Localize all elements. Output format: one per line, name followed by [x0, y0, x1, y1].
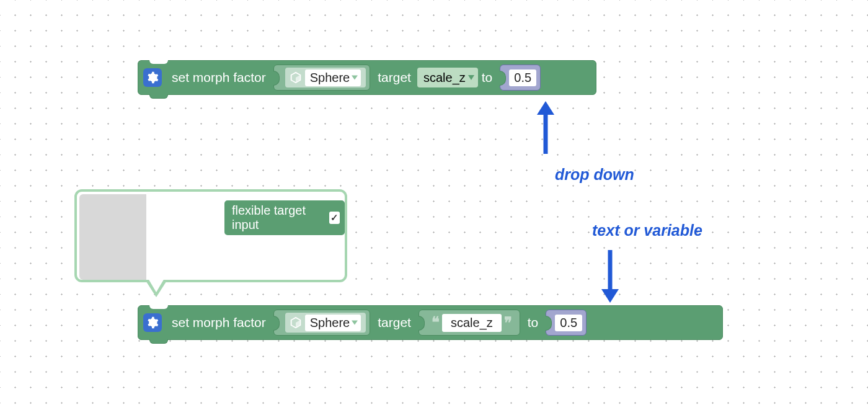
to-label: to — [482, 70, 493, 85]
arrow-up-icon — [533, 101, 558, 157]
flexible-target-input-toggle[interactable]: flexible target input ✓ — [224, 200, 345, 235]
block-bottom-bump — [149, 339, 168, 344]
toggle-checkbox[interactable]: ✓ — [329, 212, 340, 224]
target-label: target — [378, 315, 411, 330]
value-slot[interactable]: 0.5 — [500, 65, 541, 91]
object-slot[interactable]: Sphere — [273, 65, 371, 91]
target-dropdown[interactable]: scale_z — [417, 68, 478, 87]
object-value: Sphere — [310, 71, 350, 84]
mutator-preview-area — [79, 194, 146, 280]
action-label: set morph factor — [172, 315, 266, 330]
workspace-canvas[interactable]: set morph factor Sphere target scale_z t… — [0, 0, 868, 407]
block-top-notch — [149, 60, 168, 64]
target-text-slot[interactable]: ❝ scale_z ❞ — [418, 310, 520, 336]
target-dropdown-value: scale_z — [423, 71, 466, 85]
dropdown-annotation: drop down — [555, 166, 634, 184]
text-or-variable-annotation: text or variable — [592, 221, 702, 239]
svg-marker-1 — [537, 101, 554, 115]
slot-notch — [273, 316, 280, 331]
slot-notch — [418, 316, 425, 331]
object-value: Sphere — [310, 316, 350, 329]
slot-notch — [500, 71, 506, 86]
action-label: set morph factor — [172, 70, 266, 85]
close-quote-icon: ❞ — [504, 314, 512, 331]
object-dropdown[interactable]: Sphere — [305, 69, 361, 86]
value-field[interactable]: 0.5 — [509, 69, 536, 86]
chevron-down-icon — [352, 321, 358, 325]
object-chip[interactable]: Sphere — [285, 313, 366, 333]
gear-icon[interactable] — [143, 68, 162, 87]
block-bottom-bump — [149, 94, 168, 99]
target-text-field[interactable]: scale_z — [442, 314, 502, 332]
svg-marker-3 — [601, 289, 619, 303]
block-top-notch — [149, 305, 168, 309]
slot-notch — [273, 71, 280, 86]
gear-icon[interactable] — [143, 313, 162, 332]
toggle-label: flexible target input — [232, 204, 323, 232]
object-slot[interactable]: Sphere — [273, 310, 371, 336]
value-field[interactable]: 0.5 — [555, 315, 582, 331]
arrow-down-icon — [598, 247, 622, 303]
gear-icon-svg — [146, 71, 159, 84]
cube-icon — [289, 316, 303, 329]
to-label: to — [528, 315, 539, 330]
target-label: target — [378, 70, 411, 85]
chevron-down-icon — [352, 76, 358, 80]
set-morph-factor-block-textinput[interactable]: set morph factor Sphere target ❝ scale_z… — [138, 305, 723, 340]
chevron-down-icon — [468, 75, 474, 80]
open-quote-icon: ❝ — [432, 314, 440, 331]
slot-notch — [546, 316, 552, 331]
set-morph-factor-block-dropdown[interactable]: set morph factor Sphere target scale_z t… — [138, 60, 596, 95]
cube-icon — [289, 71, 303, 84]
bubble-tail-inner — [148, 279, 164, 292]
value-slot[interactable]: 0.5 — [546, 310, 587, 336]
object-dropdown[interactable]: Sphere — [305, 315, 361, 331]
object-chip[interactable]: Sphere — [285, 68, 366, 87]
mutator-bubble[interactable]: flexible target input ✓ — [74, 189, 347, 282]
gear-icon-svg — [146, 316, 159, 329]
